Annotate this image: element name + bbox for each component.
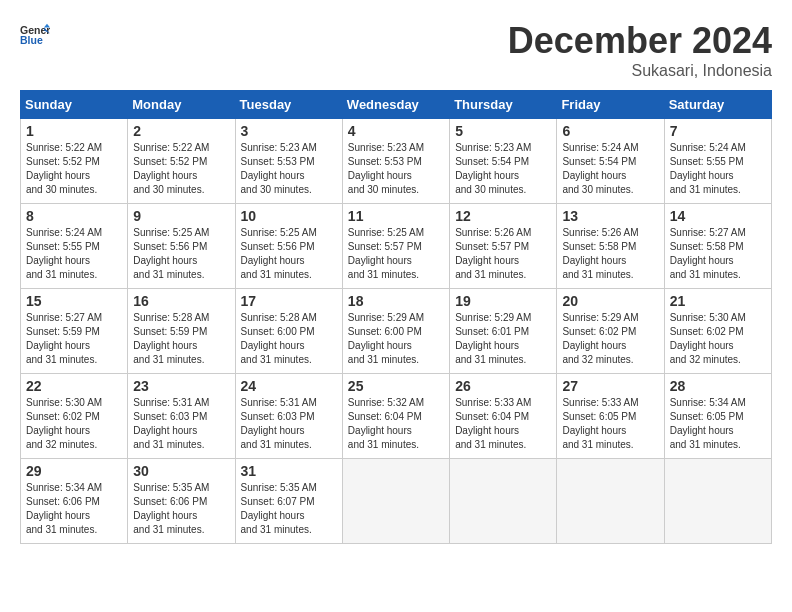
- day-number: 8: [26, 208, 122, 224]
- day-info: Sunrise: 5:23 AM Sunset: 5:53 PM Dayligh…: [348, 141, 444, 197]
- day-number: 22: [26, 378, 122, 394]
- day-info: Sunrise: 5:26 AM Sunset: 5:58 PM Dayligh…: [562, 226, 658, 282]
- calendar-cell: [664, 459, 771, 544]
- calendar-week-3: 15 Sunrise: 5:27 AM Sunset: 5:59 PM Dayl…: [21, 289, 772, 374]
- day-info: Sunrise: 5:22 AM Sunset: 5:52 PM Dayligh…: [26, 141, 122, 197]
- calendar-cell: 17 Sunrise: 5:28 AM Sunset: 6:00 PM Dayl…: [235, 289, 342, 374]
- calendar-cell: 30 Sunrise: 5:35 AM Sunset: 6:06 PM Dayl…: [128, 459, 235, 544]
- logo: General Blue: [20, 20, 50, 50]
- day-number: 10: [241, 208, 337, 224]
- calendar-cell: 26 Sunrise: 5:33 AM Sunset: 6:04 PM Dayl…: [450, 374, 557, 459]
- day-info: Sunrise: 5:24 AM Sunset: 5:54 PM Dayligh…: [562, 141, 658, 197]
- calendar-cell: 23 Sunrise: 5:31 AM Sunset: 6:03 PM Dayl…: [128, 374, 235, 459]
- day-info: Sunrise: 5:29 AM Sunset: 6:01 PM Dayligh…: [455, 311, 551, 367]
- day-info: Sunrise: 5:25 AM Sunset: 5:56 PM Dayligh…: [241, 226, 337, 282]
- calendar-cell: 14 Sunrise: 5:27 AM Sunset: 5:58 PM Dayl…: [664, 204, 771, 289]
- location: Sukasari, Indonesia: [508, 62, 772, 80]
- calendar-cell: [557, 459, 664, 544]
- col-header-wednesday: Wednesday: [342, 91, 449, 119]
- day-number: 30: [133, 463, 229, 479]
- day-info: Sunrise: 5:33 AM Sunset: 6:04 PM Dayligh…: [455, 396, 551, 452]
- calendar-cell: 21 Sunrise: 5:30 AM Sunset: 6:02 PM Dayl…: [664, 289, 771, 374]
- calendar-cell: 18 Sunrise: 5:29 AM Sunset: 6:00 PM Dayl…: [342, 289, 449, 374]
- calendar-cell: 7 Sunrise: 5:24 AM Sunset: 5:55 PM Dayli…: [664, 119, 771, 204]
- calendar-cell: [450, 459, 557, 544]
- day-info: Sunrise: 5:30 AM Sunset: 6:02 PM Dayligh…: [26, 396, 122, 452]
- day-info: Sunrise: 5:35 AM Sunset: 6:07 PM Dayligh…: [241, 481, 337, 537]
- day-info: Sunrise: 5:27 AM Sunset: 5:59 PM Dayligh…: [26, 311, 122, 367]
- day-number: 14: [670, 208, 766, 224]
- calendar-cell: 6 Sunrise: 5:24 AM Sunset: 5:54 PM Dayli…: [557, 119, 664, 204]
- col-header-tuesday: Tuesday: [235, 91, 342, 119]
- day-info: Sunrise: 5:29 AM Sunset: 6:02 PM Dayligh…: [562, 311, 658, 367]
- calendar-cell: 28 Sunrise: 5:34 AM Sunset: 6:05 PM Dayl…: [664, 374, 771, 459]
- day-number: 31: [241, 463, 337, 479]
- day-number: 28: [670, 378, 766, 394]
- calendar-cell: 22 Sunrise: 5:30 AM Sunset: 6:02 PM Dayl…: [21, 374, 128, 459]
- calendar-week-4: 22 Sunrise: 5:30 AM Sunset: 6:02 PM Dayl…: [21, 374, 772, 459]
- day-number: 26: [455, 378, 551, 394]
- day-info: Sunrise: 5:28 AM Sunset: 6:00 PM Dayligh…: [241, 311, 337, 367]
- calendar-table: SundayMondayTuesdayWednesdayThursdayFrid…: [20, 90, 772, 544]
- calendar-week-1: 1 Sunrise: 5:22 AM Sunset: 5:52 PM Dayli…: [21, 119, 772, 204]
- day-number: 23: [133, 378, 229, 394]
- calendar-cell: 11 Sunrise: 5:25 AM Sunset: 5:57 PM Dayl…: [342, 204, 449, 289]
- day-number: 27: [562, 378, 658, 394]
- calendar-cell: 29 Sunrise: 5:34 AM Sunset: 6:06 PM Dayl…: [21, 459, 128, 544]
- calendar-cell: 3 Sunrise: 5:23 AM Sunset: 5:53 PM Dayli…: [235, 119, 342, 204]
- day-info: Sunrise: 5:35 AM Sunset: 6:06 PM Dayligh…: [133, 481, 229, 537]
- day-info: Sunrise: 5:23 AM Sunset: 5:54 PM Dayligh…: [455, 141, 551, 197]
- day-info: Sunrise: 5:30 AM Sunset: 6:02 PM Dayligh…: [670, 311, 766, 367]
- day-number: 6: [562, 123, 658, 139]
- calendar-cell: 12 Sunrise: 5:26 AM Sunset: 5:57 PM Dayl…: [450, 204, 557, 289]
- col-header-saturday: Saturday: [664, 91, 771, 119]
- day-number: 29: [26, 463, 122, 479]
- calendar-cell: 8 Sunrise: 5:24 AM Sunset: 5:55 PM Dayli…: [21, 204, 128, 289]
- day-info: Sunrise: 5:25 AM Sunset: 5:57 PM Dayligh…: [348, 226, 444, 282]
- calendar-cell: 9 Sunrise: 5:25 AM Sunset: 5:56 PM Dayli…: [128, 204, 235, 289]
- calendar-cell: [342, 459, 449, 544]
- calendar-cell: 20 Sunrise: 5:29 AM Sunset: 6:02 PM Dayl…: [557, 289, 664, 374]
- day-number: 18: [348, 293, 444, 309]
- day-number: 25: [348, 378, 444, 394]
- day-info: Sunrise: 5:24 AM Sunset: 5:55 PM Dayligh…: [26, 226, 122, 282]
- calendar-cell: 4 Sunrise: 5:23 AM Sunset: 5:53 PM Dayli…: [342, 119, 449, 204]
- day-number: 9: [133, 208, 229, 224]
- col-header-monday: Monday: [128, 91, 235, 119]
- calendar-cell: 5 Sunrise: 5:23 AM Sunset: 5:54 PM Dayli…: [450, 119, 557, 204]
- day-info: Sunrise: 5:27 AM Sunset: 5:58 PM Dayligh…: [670, 226, 766, 282]
- calendar-cell: 25 Sunrise: 5:32 AM Sunset: 6:04 PM Dayl…: [342, 374, 449, 459]
- title-area: December 2024 Sukasari, Indonesia: [508, 20, 772, 80]
- day-info: Sunrise: 5:24 AM Sunset: 5:55 PM Dayligh…: [670, 141, 766, 197]
- day-number: 19: [455, 293, 551, 309]
- calendar-cell: 16 Sunrise: 5:28 AM Sunset: 5:59 PM Dayl…: [128, 289, 235, 374]
- day-number: 12: [455, 208, 551, 224]
- day-number: 11: [348, 208, 444, 224]
- day-info: Sunrise: 5:26 AM Sunset: 5:57 PM Dayligh…: [455, 226, 551, 282]
- col-header-friday: Friday: [557, 91, 664, 119]
- col-header-thursday: Thursday: [450, 91, 557, 119]
- calendar-cell: 10 Sunrise: 5:25 AM Sunset: 5:56 PM Dayl…: [235, 204, 342, 289]
- day-info: Sunrise: 5:22 AM Sunset: 5:52 PM Dayligh…: [133, 141, 229, 197]
- day-info: Sunrise: 5:28 AM Sunset: 5:59 PM Dayligh…: [133, 311, 229, 367]
- day-number: 24: [241, 378, 337, 394]
- svg-text:Blue: Blue: [20, 34, 43, 46]
- calendar-cell: 13 Sunrise: 5:26 AM Sunset: 5:58 PM Dayl…: [557, 204, 664, 289]
- calendar-cell: 27 Sunrise: 5:33 AM Sunset: 6:05 PM Dayl…: [557, 374, 664, 459]
- day-number: 4: [348, 123, 444, 139]
- day-info: Sunrise: 5:23 AM Sunset: 5:53 PM Dayligh…: [241, 141, 337, 197]
- calendar-cell: 1 Sunrise: 5:22 AM Sunset: 5:52 PM Dayli…: [21, 119, 128, 204]
- day-info: Sunrise: 5:31 AM Sunset: 6:03 PM Dayligh…: [133, 396, 229, 452]
- day-number: 16: [133, 293, 229, 309]
- day-number: 1: [26, 123, 122, 139]
- day-info: Sunrise: 5:29 AM Sunset: 6:00 PM Dayligh…: [348, 311, 444, 367]
- logo-icon: General Blue: [20, 20, 50, 50]
- day-info: Sunrise: 5:34 AM Sunset: 6:05 PM Dayligh…: [670, 396, 766, 452]
- calendar-cell: 31 Sunrise: 5:35 AM Sunset: 6:07 PM Dayl…: [235, 459, 342, 544]
- calendar-cell: 19 Sunrise: 5:29 AM Sunset: 6:01 PM Dayl…: [450, 289, 557, 374]
- day-number: 15: [26, 293, 122, 309]
- day-number: 21: [670, 293, 766, 309]
- calendar-week-2: 8 Sunrise: 5:24 AM Sunset: 5:55 PM Dayli…: [21, 204, 772, 289]
- day-number: 5: [455, 123, 551, 139]
- day-headers: SundayMondayTuesdayWednesdayThursdayFrid…: [21, 91, 772, 119]
